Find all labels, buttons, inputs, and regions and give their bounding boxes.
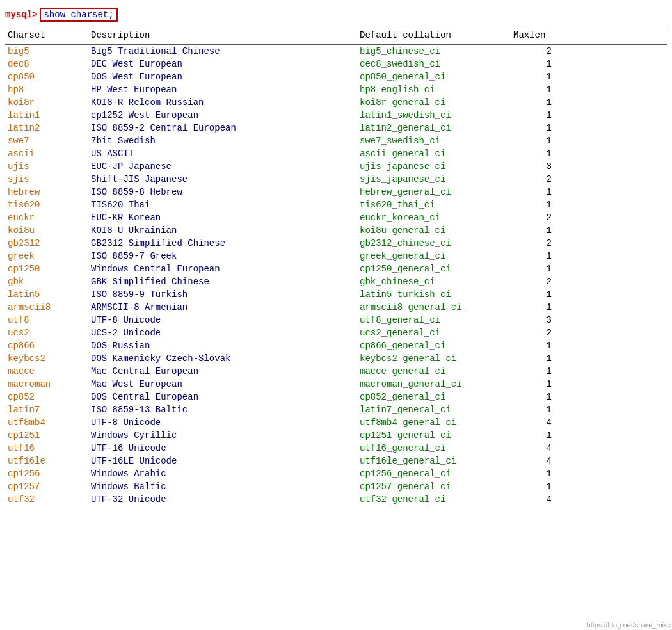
cell-charset: cp852 xyxy=(5,391,88,403)
cell-charset: latin7 xyxy=(5,404,88,416)
cell-collation: cp1251_general_ci xyxy=(357,430,511,441)
table-row: latin7ISO 8859-13 Balticlatin7_general_c… xyxy=(5,403,667,416)
cell-charset: cp1257 xyxy=(5,481,88,492)
cell-collation: ujis_japanese_ci xyxy=(357,161,511,172)
table-row: asciiUS ASCIIascii_general_ci1 xyxy=(5,147,667,160)
cell-collation: gb2312_chinese_ci xyxy=(357,238,511,249)
header-description: Description xyxy=(88,29,357,42)
cell-maxlen: 1 xyxy=(511,71,562,83)
cell-charset: greek xyxy=(5,250,88,262)
table-row: ujisEUC-JP Japaneseujis_japanese_ci3 xyxy=(5,160,667,173)
cell-charset: tis620 xyxy=(5,199,88,211)
cell-description: Windows Central European xyxy=(88,263,357,275)
cell-description: Mac West European xyxy=(88,378,357,390)
cell-collation: latin5_turkish_ci xyxy=(357,289,511,300)
cell-charset: euckr xyxy=(5,212,88,223)
cell-description: ISO 8859-9 Turkish xyxy=(88,289,357,300)
cell-collation: cp852_general_ci xyxy=(357,391,511,403)
cell-collation: latin1_swedish_ci xyxy=(357,109,511,121)
cell-maxlen: 3 xyxy=(511,314,562,326)
cell-collation: utf8mb4_general_ci xyxy=(357,417,511,428)
cell-maxlen: 2 xyxy=(511,45,562,57)
cell-collation: cp1256_general_ci xyxy=(357,468,511,480)
cell-description: ARMSCII-8 Armenian xyxy=(88,302,357,313)
cell-description: US ASCII xyxy=(88,148,357,159)
cell-collation: dec8_swedish_ci xyxy=(357,58,511,70)
table-row: euckrEUC-KR Koreaneuckr_korean_ci2 xyxy=(5,211,667,224)
table-row: cp1257Windows Balticcp1257_general_ci1 xyxy=(5,480,667,493)
cell-maxlen: 1 xyxy=(511,353,562,364)
cell-charset: utf32 xyxy=(5,494,88,505)
cell-collation: utf16le_general_ci xyxy=(357,455,511,467)
cell-collation: utf8_general_ci xyxy=(357,314,511,326)
cell-description: 7bit Swedish xyxy=(88,135,357,147)
cell-maxlen: 2 xyxy=(511,276,562,287)
cell-description: DOS Kamenicky Czech-Slovak xyxy=(88,353,357,364)
table-row: tis620TIS620 Thaitis620_thai_ci1 xyxy=(5,198,667,211)
table-row: utf8mb4UTF-8 Unicodeutf8mb4_general_ci4 xyxy=(5,416,667,429)
cell-charset: swe7 xyxy=(5,135,88,147)
cell-charset: koi8r xyxy=(5,97,88,108)
cell-maxlen: 1 xyxy=(511,186,562,198)
table-body: big5Big5 Traditional Chinesebig5_chinese… xyxy=(5,45,667,506)
cell-description: ISO 8859-13 Baltic xyxy=(88,404,357,416)
cell-maxlen: 1 xyxy=(511,250,562,262)
cell-maxlen: 1 xyxy=(511,378,562,390)
table-row: macceMac Central Europeanmacce_general_c… xyxy=(5,365,667,378)
cell-collation: koi8r_general_ci xyxy=(357,97,511,108)
table-row: gb2312GB2312 Simplified Chinesegb2312_ch… xyxy=(5,237,667,250)
cell-collation: keybcs2_general_ci xyxy=(357,353,511,364)
table-row: cp1251Windows Cyrilliccp1251_general_ci1 xyxy=(5,429,667,442)
table-header-row: Charset Description Default collation Ma… xyxy=(5,26,667,45)
cell-maxlen: 4 xyxy=(511,455,562,467)
cell-description: ISO 8859-2 Central European xyxy=(88,122,357,134)
table-row: latin5ISO 8859-9 Turkishlatin5_turkish_c… xyxy=(5,288,667,301)
terminal-window: mysql> show charset; Charset Description… xyxy=(0,0,672,630)
cell-maxlen: 1 xyxy=(511,391,562,403)
cell-description: DEC West European xyxy=(88,58,357,70)
table-row: cp866DOS Russiancp866_general_ci1 xyxy=(5,339,667,352)
cell-description: UTF-16LE Unicode xyxy=(88,455,357,467)
table-row: cp1256Windows Arabiccp1256_general_ci1 xyxy=(5,467,667,480)
cell-charset: koi8u xyxy=(5,225,88,236)
cell-collation: macroman_general_ci xyxy=(357,378,511,390)
cell-collation: utf32_general_ci xyxy=(357,494,511,505)
cell-charset: gb2312 xyxy=(5,238,88,249)
table-row: gbkGBK Simplified Chinesegbk_chinese_ci2 xyxy=(5,275,667,288)
cell-maxlen: 2 xyxy=(511,174,562,185)
cell-collation: sjis_japanese_ci xyxy=(357,174,511,185)
cell-maxlen: 1 xyxy=(511,199,562,211)
cell-maxlen: 4 xyxy=(511,417,562,428)
cell-description: UTF-16 Unicode xyxy=(88,442,357,454)
cell-collation: gbk_chinese_ci xyxy=(357,276,511,287)
table-row: latin1cp1252 West Europeanlatin1_swedish… xyxy=(5,109,667,122)
cell-description: KOI8-U Ukrainian xyxy=(88,225,357,236)
cell-charset: latin5 xyxy=(5,289,88,300)
cell-description: DOS West European xyxy=(88,71,357,83)
cell-maxlen: 1 xyxy=(511,109,562,121)
cell-description: ISO 8859-8 Hebrew xyxy=(88,186,357,198)
cell-collation: hp8_english_ci xyxy=(357,84,511,95)
table-row: utf16leUTF-16LE Unicodeutf16le_general_c… xyxy=(5,455,667,467)
charset-table: Charset Description Default collation Ma… xyxy=(0,26,672,506)
watermark: https://blog.net/share_misc xyxy=(587,621,671,629)
cell-collation: latin7_general_ci xyxy=(357,404,511,416)
table-row: ucs2UCS-2 Unicodeucs2_general_ci2 xyxy=(5,327,667,339)
cell-charset: utf8mb4 xyxy=(5,417,88,428)
cell-maxlen: 4 xyxy=(511,442,562,454)
cell-charset: dec8 xyxy=(5,58,88,70)
cell-description: UTF-32 Unicode xyxy=(88,494,357,505)
cell-collation: cp866_general_ci xyxy=(357,340,511,351)
table-row: greekISO 8859-7 Greekgreek_general_ci1 xyxy=(5,250,667,262)
cell-description: UCS-2 Unicode xyxy=(88,327,357,339)
table-row: hp8HP West Europeanhp8_english_ci1 xyxy=(5,83,667,96)
header-charset: Charset xyxy=(5,29,88,42)
cell-description: DOS Central European xyxy=(88,391,357,403)
table-row: sjisShift-JIS Japanesesjis_japanese_ci2 xyxy=(5,173,667,186)
cell-description: Windows Cyrillic xyxy=(88,430,357,441)
table-row: cp850DOS West Europeancp850_general_ci1 xyxy=(5,70,667,83)
cell-maxlen: 1 xyxy=(511,97,562,108)
table-row: latin2ISO 8859-2 Central Europeanlatin2_… xyxy=(5,122,667,134)
cell-charset: ucs2 xyxy=(5,327,88,339)
cell-collation: cp1250_general_ci xyxy=(357,263,511,275)
